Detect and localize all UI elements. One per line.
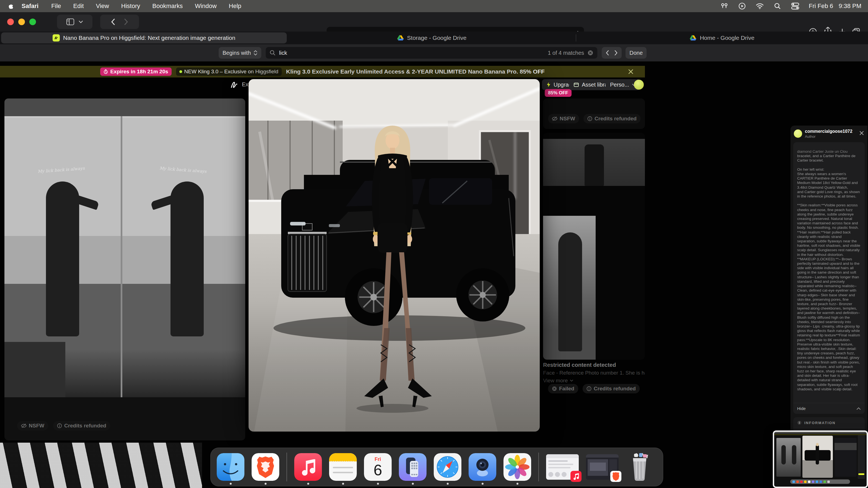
calendar-icon: Fri6: [364, 453, 392, 481]
menu-window[interactable]: Window: [195, 2, 216, 10]
library-icon: [574, 82, 579, 88]
webcam-app-icon: [469, 453, 496, 481]
generated-image-card[interactable]: My lick back is always My lick back is a…: [4, 98, 245, 441]
find-prev-next: [602, 47, 622, 59]
chevron-down-icon: [570, 380, 573, 382]
match-count: 1 of 4 matches: [548, 50, 584, 56]
minimized-music-window[interactable]: [546, 454, 579, 480]
apple-icon[interactable]: [6, 2, 14, 10]
timer-icon: [103, 69, 108, 74]
mirror-handwriting: My lick back is always: [38, 166, 85, 174]
dock-trash[interactable]: [626, 453, 653, 481]
credits-refunded-badge: Credits refunded: [53, 421, 110, 430]
next-match-icon[interactable]: [615, 50, 618, 56]
dock-photos[interactable]: [503, 453, 531, 481]
figure-silhouette: [46, 182, 79, 336]
back-icon[interactable]: [111, 19, 115, 25]
info-icon: [587, 386, 591, 391]
credits-refunded-badge: Credits refunded: [584, 114, 641, 123]
green-dot-icon: [179, 70, 182, 73]
menu-app-name[interactable]: Safari: [22, 2, 38, 10]
prev-match-icon[interactable]: [606, 50, 609, 56]
generated-image-card[interactable]: [543, 133, 645, 360]
new-feature-badge: NEW Kling 3.0 – Exclusive on Higgsfield: [176, 67, 282, 76]
dock-notes[interactable]: [329, 453, 357, 481]
bolt-icon: [547, 82, 551, 88]
mirror-scene: My lick back is always My lick back is a…: [4, 98, 245, 397]
higgsfield-logo[interactable]: [229, 80, 239, 90]
dock: Fri6: [210, 448, 663, 486]
up-down-chevrons-icon: [253, 50, 257, 56]
info-icon: [57, 423, 62, 428]
find-mode-dropdown[interactable]: Begins with: [219, 47, 261, 59]
clear-search-icon[interactable]: [587, 50, 593, 56]
menu-history[interactable]: History: [121, 2, 140, 10]
close-window-button[interactable]: [7, 19, 14, 25]
sidebar-toggle-button[interactable]: [57, 15, 92, 29]
dock-iphone-mirroring[interactable]: [399, 453, 427, 481]
airpods-icon[interactable]: [720, 2, 728, 10]
zoom-window-button[interactable]: [29, 19, 36, 25]
google-drive-icon: [397, 35, 404, 41]
menu-edit[interactable]: Edit: [73, 2, 84, 10]
banner-close-icon[interactable]: [628, 69, 634, 75]
dock-brave[interactable]: [252, 453, 279, 481]
minimized-browser-window[interactable]: [586, 454, 619, 480]
view-more-link[interactable]: View more: [543, 378, 645, 384]
generated-image-card[interactable]: [0, 443, 202, 488]
prompt-box[interactable]: diamond Cartier Juste un Clou bracelet, …: [793, 142, 865, 414]
menu-date[interactable]: Fri Feb 6: [809, 2, 833, 10]
brave-icon: [252, 453, 279, 481]
author-name[interactable]: commercialgoose1072: [805, 129, 852, 134]
safari-toolbar: higgsfield.ai: [0, 12, 868, 32]
svg-text:6: 6: [373, 461, 382, 479]
find-done-button[interactable]: Done: [625, 47, 647, 59]
user-avatar[interactable]: [634, 80, 644, 90]
info-icon: [797, 421, 802, 425]
play-icon[interactable]: [738, 2, 746, 10]
tab-storage-drive[interactable]: Storage - Google Drive: [288, 32, 576, 44]
safari-icon: [434, 453, 461, 481]
nsfw-badge: NSFW: [17, 421, 48, 430]
chevron-down-icon: [79, 21, 83, 23]
trash-full-icon: [626, 453, 653, 481]
tab-label: Storage - Google Drive: [407, 35, 467, 41]
close-panel-icon[interactable]: [859, 131, 864, 135]
mirror-handwriting: My lick back is always: [159, 166, 207, 174]
menu-help[interactable]: Help: [229, 2, 241, 10]
failed-badge: Failed: [548, 384, 578, 393]
info-icon: [587, 116, 592, 121]
dock-camera-app[interactable]: [469, 453, 496, 481]
find-query: lick: [279, 50, 287, 56]
scene-band: [543, 139, 645, 186]
chevron-up-icon: [857, 407, 861, 410]
screenshot-preview-thumbnail[interactable]: [773, 430, 868, 488]
menu-view[interactable]: View: [96, 2, 109, 10]
menu-time[interactable]: 9:38 PM: [839, 2, 861, 10]
find-input[interactable]: lick 1 of 4 matches: [266, 47, 597, 59]
wifi-icon[interactable]: [755, 2, 764, 10]
spotlight-search-icon[interactable]: [773, 2, 782, 10]
control-center-icon[interactable]: [791, 2, 799, 10]
modal-generated-image[interactable]: [249, 79, 540, 431]
menu-file[interactable]: File: [51, 2, 61, 10]
dock-calendar[interactable]: Fri6: [364, 453, 392, 481]
figure-silhouette: [170, 182, 204, 336]
dock-finder[interactable]: [217, 453, 244, 481]
page-content: Expires in 18h 21m 20s NEW Kling 3.0 – E…: [0, 61, 868, 488]
menu-bookmarks[interactable]: Bookmarks: [152, 2, 183, 10]
restricted-desc: Face - Reference Photo number 1. She is …: [543, 370, 645, 376]
dock-safari[interactable]: [434, 453, 461, 481]
author-avatar[interactable]: [794, 129, 802, 138]
hide-toggle[interactable]: Hide: [793, 403, 865, 414]
generated-image-card[interactable]: NSFW Credits refunded: [543, 98, 645, 129]
find-mode-label: Begins with: [222, 50, 251, 56]
tab-higgsfield[interactable]: Nano Banana Pro on Higgsfield: Next gene…: [1, 32, 287, 43]
tab-home-drive[interactable]: Home - Google Drive: [576, 32, 868, 44]
forward-icon[interactable]: [124, 19, 128, 25]
minimize-window-button[interactable]: [18, 19, 25, 25]
card-badges: NSFW Credits refunded: [17, 421, 110, 430]
dock-music[interactable]: [294, 453, 322, 481]
eye-slash-icon: [21, 424, 27, 428]
prompt-text: diamond Cartier Juste un Clou bracelet, …: [793, 142, 865, 395]
